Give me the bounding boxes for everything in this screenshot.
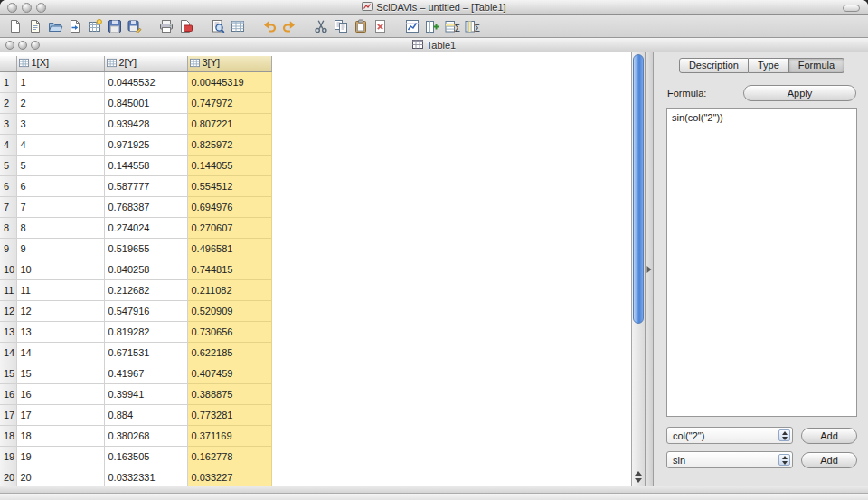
cell[interactable]: 0.211082 <box>187 279 271 300</box>
row-header[interactable]: 15 <box>0 363 16 383</box>
cell[interactable]: 0.768387 <box>104 196 187 217</box>
cell[interactable]: 0.773281 <box>187 404 271 425</box>
column-select[interactable]: col("2") <box>666 427 793 444</box>
cell[interactable]: 0.162778 <box>187 446 271 467</box>
tab-description[interactable]: Description <box>679 58 749 73</box>
main-titlebar[interactable]: SciDAVis – untitled – [Table1] <box>0 0 868 15</box>
formula-editor[interactable]: sin(col("2")) <box>666 108 857 417</box>
cell[interactable]: 18 <box>16 425 104 446</box>
cut-icon[interactable] <box>311 16 331 36</box>
row-header[interactable]: 3 <box>0 113 16 134</box>
scroll-up-icon[interactable] <box>635 471 642 476</box>
row-header[interactable]: 14 <box>0 342 16 363</box>
cell[interactable]: 19 <box>16 446 104 467</box>
delete-selection-icon[interactable] <box>371 16 391 36</box>
cell[interactable]: 2 <box>16 92 104 113</box>
open-project-icon[interactable] <box>45 16 65 36</box>
cell[interactable]: 0.388875 <box>187 383 271 404</box>
cell[interactable]: 20 <box>16 467 104 486</box>
cell[interactable]: 0.671531 <box>104 342 187 363</box>
horizontal-scrollbar[interactable] <box>0 486 868 494</box>
cell[interactable]: 0.845001 <box>104 92 187 113</box>
save-project-as-icon[interactable] <box>125 16 145 36</box>
new-note-icon[interactable] <box>25 16 45 36</box>
row-header[interactable]: 8 <box>0 217 16 238</box>
row-header[interactable]: 18 <box>0 425 16 446</box>
cell[interactable]: 14 <box>16 342 104 363</box>
cell[interactable]: 0.819282 <box>104 321 187 342</box>
cell[interactable]: 0.744815 <box>187 259 271 279</box>
undo-icon[interactable] <box>259 16 279 36</box>
add-column-reference-button[interactable]: Add <box>801 428 857 444</box>
vertical-scrollbar[interactable] <box>631 52 645 486</box>
corner-header[interactable] <box>0 56 16 71</box>
function-select[interactable]: sin <box>666 451 793 468</box>
cell[interactable]: 0.840258 <box>104 259 187 279</box>
cell[interactable]: 17 <box>16 404 104 425</box>
row-header[interactable]: 12 <box>0 300 16 321</box>
cell[interactable]: 7 <box>16 196 104 217</box>
cell[interactable]: 0.144055 <box>187 155 271 175</box>
cell[interactable]: 0.622185 <box>187 342 271 363</box>
tab-type[interactable]: Type <box>749 58 789 73</box>
cell[interactable]: 0.519655 <box>104 238 187 259</box>
subwindow-minimize-button[interactable] <box>18 41 27 50</box>
cell[interactable]: 8 <box>16 217 104 238</box>
paste-icon[interactable] <box>351 16 371 36</box>
column-header-1[X][interactable]: 1[X] <box>16 56 104 71</box>
plot-wizard-icon[interactable] <box>402 16 422 36</box>
row-header[interactable]: 1 <box>0 71 16 92</box>
expand-arrow-icon[interactable] <box>647 266 652 273</box>
cell[interactable]: 13 <box>16 321 104 342</box>
cell[interactable]: 16 <box>16 383 104 404</box>
cell[interactable]: 0.163505 <box>104 446 187 467</box>
cell[interactable]: 0.371169 <box>187 425 271 446</box>
cell[interactable]: 0.0445532 <box>104 71 187 92</box>
cell[interactable]: 0.0332331 <box>104 467 187 486</box>
scrollbar-thumb[interactable] <box>633 54 644 324</box>
cell[interactable]: 0.144558 <box>104 155 187 175</box>
tab-formula[interactable]: Formula <box>789 58 844 73</box>
print-preview-icon[interactable] <box>208 16 228 36</box>
column-statistics-icon[interactable]: Σ <box>462 16 482 36</box>
save-project-icon[interactable] <box>105 16 125 36</box>
cell[interactable]: 15 <box>16 363 104 383</box>
cell[interactable]: 0.41967 <box>104 363 187 383</box>
cell[interactable]: 0.033227 <box>187 467 271 486</box>
panel-splitter[interactable] <box>645 52 654 486</box>
cell[interactable]: 0.270607 <box>187 217 271 238</box>
cell[interactable]: 0.554512 <box>187 175 271 196</box>
row-header[interactable]: 19 <box>0 446 16 467</box>
close-button[interactable] <box>7 3 17 13</box>
row-header[interactable]: 17 <box>0 404 16 425</box>
cell[interactable]: 0.587777 <box>104 175 187 196</box>
zoom-button[interactable] <box>36 3 46 13</box>
apply-button[interactable]: Apply <box>743 85 856 101</box>
cell[interactable]: 0.694976 <box>187 196 271 217</box>
cell[interactable]: 0.939428 <box>104 113 187 134</box>
cell[interactable]: 9 <box>16 238 104 259</box>
new-table-icon[interactable] <box>85 16 105 36</box>
minimize-button[interactable] <box>22 3 32 13</box>
redo-icon[interactable] <box>279 16 299 36</box>
row-header[interactable]: 20 <box>0 467 16 486</box>
scroll-down-icon[interactable] <box>635 478 642 483</box>
cell[interactable]: 0.496581 <box>187 238 271 259</box>
import-ascii-icon[interactable] <box>65 16 85 36</box>
cell[interactable]: 5 <box>16 155 104 175</box>
row-statistics-icon[interactable]: Σ <box>442 16 462 36</box>
row-header[interactable]: 7 <box>0 196 16 217</box>
row-header[interactable]: 16 <box>0 383 16 404</box>
cell[interactable]: 0.39941 <box>104 383 187 404</box>
cell[interactable]: 12 <box>16 300 104 321</box>
print-icon[interactable] <box>156 16 176 36</box>
row-header[interactable]: 4 <box>0 134 16 155</box>
cell[interactable]: 10 <box>16 259 104 279</box>
column-header-3[Y][interactable]: 3[Y] <box>187 56 271 71</box>
row-header[interactable]: 11 <box>0 279 16 300</box>
add-function-button[interactable]: Add <box>801 452 857 468</box>
row-header[interactable]: 10 <box>0 259 16 279</box>
new-project-icon[interactable] <box>5 16 25 36</box>
cell[interactable]: 4 <box>16 134 104 155</box>
toolbar-toggle-button[interactable] <box>843 5 860 12</box>
